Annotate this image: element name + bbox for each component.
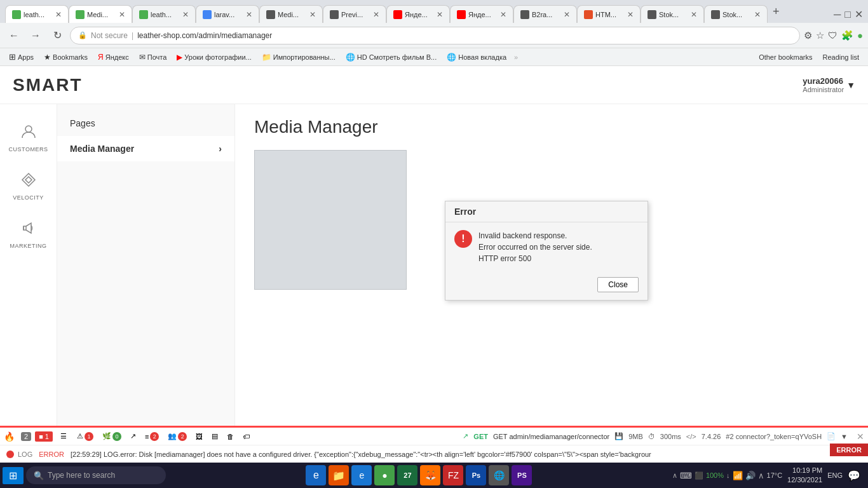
tab-close-2[interactable]: ✕ bbox=[119, 10, 125, 19]
bookmark-apps[interactable]: ⊞ Apps bbox=[5, 51, 37, 63]
shield-icon[interactable]: 🛡 bbox=[828, 30, 837, 41]
fox-icon: 🦊 bbox=[425, 470, 436, 480]
taskbar-search[interactable]: 🔍 Type here to search bbox=[26, 466, 166, 484]
sub-sidebar-media-manager[interactable]: Media Manager › bbox=[57, 136, 234, 161]
start-button[interactable]: ⊞ bbox=[3, 467, 24, 484]
debug-files-icon[interactable]: 📄 bbox=[827, 432, 836, 440]
trash-icon: 🗑 bbox=[227, 433, 234, 440]
tab-9[interactable]: B2ra... ✕ bbox=[513, 5, 577, 23]
sidebar-velocity-label: VELOCITY bbox=[13, 194, 44, 201]
error-close-button[interactable]: Close bbox=[597, 277, 639, 292]
ps-icon: Ps bbox=[472, 471, 480, 479]
taskbar-clock[interactable]: 10:19 PM 12/30/2021 bbox=[787, 466, 822, 485]
tab-5[interactable]: Medi... ✕ bbox=[259, 5, 323, 23]
up-arrow-icon[interactable]: ∧ bbox=[672, 471, 677, 480]
tab-favicon-11 bbox=[648, 10, 656, 19]
close-window-icon[interactable]: ✕ bbox=[855, 8, 863, 20]
maximize-icon[interactable]: □ bbox=[844, 9, 851, 20]
debug-btn-trash[interactable]: 🗑 bbox=[224, 431, 236, 442]
tab-title-8: Яндe... bbox=[468, 11, 495, 18]
bookmark-youtube[interactable]: ▶ Уроки фотографии... bbox=[173, 51, 255, 63]
tab-close-7[interactable]: ✕ bbox=[437, 10, 443, 19]
new-tab-button[interactable]: + bbox=[768, 5, 785, 18]
tab-8[interactable]: Яндe... ✕ bbox=[450, 5, 513, 23]
debug-btn-people[interactable]: 👥 2 bbox=[165, 431, 189, 442]
tab-close-10[interactable]: ✕ bbox=[627, 10, 634, 19]
tab-close-11[interactable]: ✕ bbox=[691, 10, 697, 19]
taskbar-app-fox[interactable]: 🦊 bbox=[420, 465, 440, 485]
debug-btn-flame[interactable]: 🔥 bbox=[4, 431, 15, 442]
debug-memory-icon: 💾 bbox=[614, 432, 623, 440]
debug-btn-tag[interactable]: 🏷 bbox=[240, 431, 252, 442]
taskbar-app-filezilla[interactable]: FZ bbox=[443, 465, 463, 485]
svg-point-0 bbox=[25, 126, 32, 132]
wifi-icon: 📶 bbox=[733, 471, 743, 480]
taskbar-app-edge[interactable]: e bbox=[351, 465, 372, 485]
reading-list[interactable]: Reading list bbox=[819, 52, 863, 62]
taskbar-app-ps[interactable]: Ps bbox=[466, 465, 486, 485]
sidebar-item-customers[interactable]: CUSTOMERS bbox=[3, 117, 54, 159]
taskbar-app-phpstorm[interactable]: PS bbox=[512, 465, 532, 485]
debug-btn-2[interactable]: 2 bbox=[21, 432, 31, 441]
taskbar-app-ie[interactable]: e bbox=[306, 465, 326, 485]
tab-close-1[interactable]: ✕ bbox=[55, 10, 62, 19]
profile-icon[interactable]: ● bbox=[857, 30, 863, 41]
tab-12[interactable]: Stok... ✕ bbox=[704, 5, 768, 23]
debug-time-icon: ⏱ bbox=[648, 433, 655, 440]
debug-btn-stack[interactable]: ≡ 2 bbox=[142, 431, 161, 442]
bookmark-label-3: Почта bbox=[147, 53, 167, 61]
bookmark-folder[interactable]: 📁 Импортированны... bbox=[258, 51, 339, 63]
taskbar-app-chrome[interactable]: ● bbox=[374, 465, 395, 485]
tab-6[interactable]: Previ... ✕ bbox=[323, 5, 386, 23]
tab-11[interactable]: Stok... ✕ bbox=[641, 5, 704, 23]
tab-4[interactable]: larav... ✕ bbox=[196, 5, 259, 23]
back-button[interactable]: ← bbox=[5, 27, 23, 44]
tab-active[interactable]: leath... ✕ bbox=[5, 5, 69, 23]
taskbar-app-27[interactable]: 27 bbox=[397, 465, 417, 485]
other-bookmarks[interactable]: Other bookmarks bbox=[755, 52, 816, 62]
tab-close-12[interactable]: ✕ bbox=[754, 10, 761, 19]
more-icons[interactable]: ∧ bbox=[758, 471, 764, 480]
debug-btn-list[interactable]: ☰ bbox=[57, 431, 71, 442]
debug-btn-badge-red[interactable]: ⚠ 1 bbox=[74, 431, 96, 442]
tab-7[interactable]: Яндe... ✕ bbox=[386, 5, 450, 23]
tab-close-6[interactable]: ✕ bbox=[373, 10, 379, 19]
tab-2[interactable]: Medi... ✕ bbox=[69, 5, 132, 23]
sidebar-item-marketing[interactable]: MARKETING bbox=[3, 214, 54, 255]
error-badge[interactable]: ERROR bbox=[830, 444, 868, 456]
notification-icon[interactable]: 💬 bbox=[848, 470, 860, 482]
debug-close-icon[interactable]: ✕ bbox=[857, 431, 864, 442]
tab-10[interactable]: HTM... ✕ bbox=[577, 5, 641, 23]
bookmark-mail[interactable]: ✉ Почта bbox=[135, 51, 171, 63]
yandex-icon: Я bbox=[98, 53, 104, 62]
debug-btn-arrow[interactable]: ↗ bbox=[128, 431, 139, 442]
debug-btn-errors[interactable]: ■ 1 bbox=[35, 431, 53, 442]
sub-sidebar-pages[interactable]: Pages bbox=[57, 111, 234, 136]
reload-button[interactable]: ↻ bbox=[48, 27, 66, 44]
debug-btn-list2[interactable]: ▤ bbox=[209, 431, 220, 442]
bookmark-star-icon[interactable]: ☆ bbox=[816, 30, 824, 41]
tab-3[interactable]: leath... ✕ bbox=[132, 5, 196, 23]
tab-close-5[interactable]: ✕ bbox=[309, 10, 316, 19]
taskbar-app-folder[interactable]: 📁 bbox=[329, 465, 349, 485]
tab-close-8[interactable]: ✕ bbox=[500, 10, 506, 19]
sidebar-item-velocity[interactable]: VELOCITY bbox=[3, 165, 54, 207]
tab-close-3[interactable]: ✕ bbox=[182, 10, 189, 19]
address-bar[interactable]: 🔒 Not secure | leather-shop.com/admin/me… bbox=[70, 27, 800, 44]
tab-favicon-10 bbox=[584, 10, 593, 19]
puzzle-icon[interactable]: 🧩 bbox=[841, 30, 853, 41]
minimize-icon[interactable]: ─ bbox=[834, 9, 841, 20]
user-info[interactable]: yura20066 Administrator ▼ bbox=[803, 76, 855, 93]
tab-close-4[interactable]: ✕ bbox=[246, 10, 252, 19]
debug-btn-image[interactable]: 🖼 bbox=[193, 431, 205, 442]
bookmark-bookmarks[interactable]: ★ Bookmarks bbox=[40, 51, 92, 63]
debug-chevron-down[interactable]: ▼ bbox=[841, 433, 848, 440]
bookmark-yandex[interactable]: Я Яндекс bbox=[94, 51, 133, 63]
tab-close-9[interactable]: ✕ bbox=[564, 10, 570, 19]
debug-btn-leaf[interactable]: 🌿 0 bbox=[100, 431, 124, 442]
bookmark-hd[interactable]: 🌐 HD Смотреть фильм В... bbox=[342, 51, 441, 63]
forward-button[interactable]: → bbox=[27, 27, 44, 44]
bookmark-newtab[interactable]: 🌐 Новая вкладка bbox=[443, 51, 510, 63]
extensions-icon[interactable]: ⚙ bbox=[804, 30, 812, 41]
taskbar-app-net[interactable]: 🌐 bbox=[489, 465, 509, 485]
